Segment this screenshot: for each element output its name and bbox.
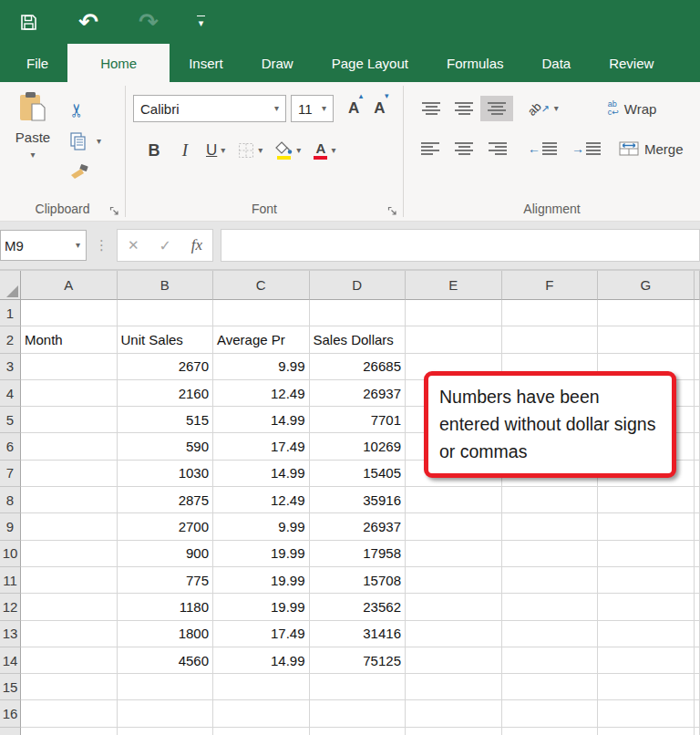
cell-D3[interactable]: 26685: [310, 354, 407, 380]
cell-E14[interactable]: [406, 647, 502, 674]
paste-button[interactable]: Paste ▾: [7, 91, 58, 188]
cell-D6[interactable]: 10269: [310, 433, 407, 460]
tab-file[interactable]: File: [7, 44, 67, 82]
column-header-F[interactable]: F: [502, 271, 599, 300]
cell-C5[interactable]: 14.99: [213, 407, 310, 433]
cell-F8[interactable]: [502, 487, 599, 513]
top-align-button[interactable]: [415, 96, 448, 121]
copy-button[interactable]: ▾: [69, 126, 101, 157]
cell-B8[interactable]: 2875: [118, 487, 214, 513]
cell-D16[interactable]: [310, 700, 407, 727]
cell-E13[interactable]: [406, 621, 502, 647]
column-header-A[interactable]: A: [21, 271, 118, 300]
cell-D12[interactable]: 23562: [310, 594, 407, 620]
middle-align-button[interactable]: [448, 96, 480, 121]
cell-G2[interactable]: [598, 326, 695, 353]
enter-button[interactable]: ✓: [159, 237, 170, 254]
cell-B7[interactable]: 1030: [118, 461, 214, 487]
cell-D5[interactable]: 7701: [310, 407, 407, 433]
cut-button[interactable]: ✂: [69, 95, 101, 126]
cell-B11[interactable]: 775: [118, 567, 214, 594]
orientation-button[interactable]: ab ↗ ▾: [528, 102, 559, 116]
cell-E15[interactable]: [406, 674, 502, 700]
bold-button[interactable]: B: [142, 141, 166, 160]
cell-A16[interactable]: [21, 700, 118, 727]
cell-C15[interactable]: [213, 674, 310, 700]
cell-G16[interactable]: [598, 700, 695, 727]
underline-button[interactable]: U: [206, 141, 217, 160]
cell-C11[interactable]: 19.99: [213, 567, 310, 594]
cell-E12[interactable]: [406, 594, 502, 620]
align-left-button[interactable]: [415, 136, 448, 161]
row-header-8[interactable]: 8: [0, 487, 21, 513]
row-header-2[interactable]: 2: [0, 326, 21, 353]
cell-D4[interactable]: 26937: [310, 380, 407, 407]
cell-A8[interactable]: [21, 487, 118, 513]
cell-G17[interactable]: [598, 728, 695, 735]
tab-page-layout[interactable]: Page Layout: [313, 44, 427, 82]
cell-F16[interactable]: [502, 700, 599, 727]
bottom-align-button[interactable]: [480, 96, 513, 121]
save-icon[interactable]: [13, 6, 44, 37]
font-name-combobox[interactable]: Calibri ▾: [133, 95, 286, 122]
cell-G15[interactable]: [598, 674, 695, 700]
row-header-13[interactable]: 13: [0, 621, 21, 647]
cell-E17[interactable]: [406, 728, 502, 735]
column-header-C[interactable]: C: [213, 271, 310, 300]
insert-function-button[interactable]: fx: [191, 236, 202, 254]
cell-E16[interactable]: [406, 700, 502, 727]
tab-data[interactable]: Data: [522, 44, 590, 82]
align-right-button[interactable]: [480, 136, 513, 161]
cell-G1[interactable]: [598, 300, 695, 326]
cell-E1[interactable]: [406, 300, 502, 326]
row-header-4[interactable]: 4: [0, 380, 21, 407]
cell-B10[interactable]: 900: [118, 541, 214, 567]
fill-color-button[interactable]: [275, 141, 293, 160]
row-header-6[interactable]: 6: [0, 433, 21, 460]
align-center-button[interactable]: [448, 136, 480, 161]
cell-B5[interactable]: 515: [118, 407, 214, 433]
cell-E10[interactable]: [406, 541, 502, 567]
italic-button[interactable]: I: [173, 140, 197, 160]
column-header-B[interactable]: B: [118, 271, 214, 300]
cell-D13[interactable]: 31416: [310, 621, 407, 647]
cell-F12[interactable]: [502, 594, 599, 620]
borders-dropdown-caret[interactable]: ▾: [258, 146, 262, 155]
cell-F2[interactable]: [502, 326, 599, 353]
cell-B12[interactable]: 1180: [118, 594, 214, 620]
cell-E2[interactable]: [406, 326, 502, 353]
name-box-dropdown-caret[interactable]: ▾: [76, 241, 80, 250]
cell-A12[interactable]: [21, 594, 118, 620]
tab-insert[interactable]: Insert: [170, 44, 242, 82]
cell-A15[interactable]: [21, 674, 118, 700]
cell-D10[interactable]: 17958: [310, 541, 407, 567]
undo-button[interactable]: ↶: [73, 6, 104, 37]
cell-D2[interactable]: Sales Dollars: [310, 326, 407, 353]
cell-F9[interactable]: [502, 513, 599, 540]
cell-D15[interactable]: [310, 674, 407, 700]
cell-B2[interactable]: Unit Sales: [118, 326, 214, 353]
cell-A4[interactable]: [21, 380, 118, 407]
underline-dropdown-caret[interactable]: ▾: [221, 146, 225, 155]
fill-color-dropdown-caret[interactable]: ▾: [296, 146, 301, 155]
cell-C14[interactable]: 14.99: [213, 647, 310, 674]
cell-F1[interactable]: [502, 300, 599, 326]
cell-C16[interactable]: [213, 700, 310, 727]
cell-C3[interactable]: 9.99: [213, 354, 310, 380]
cell-E9[interactable]: [406, 513, 502, 540]
cell-A1[interactable]: [21, 300, 118, 326]
cell-D9[interactable]: 26937: [310, 513, 407, 540]
formula-input[interactable]: [221, 229, 700, 262]
column-header-E[interactable]: E: [406, 271, 502, 300]
cell-A3[interactable]: [21, 354, 118, 380]
tab-home[interactable]: Home: [67, 44, 170, 82]
cell-D17[interactable]: [310, 728, 407, 735]
cell-E8[interactable]: [406, 487, 502, 513]
cell-C12[interactable]: 19.99: [213, 594, 310, 620]
cell-F11[interactable]: [502, 567, 599, 594]
tab-review[interactable]: Review: [590, 44, 673, 82]
row-header-15[interactable]: 15: [0, 674, 21, 700]
wrap-text-button[interactable]: abc↩ Wrap: [608, 100, 657, 117]
cell-C10[interactable]: 19.99: [213, 541, 310, 567]
cell-A10[interactable]: [21, 541, 118, 567]
